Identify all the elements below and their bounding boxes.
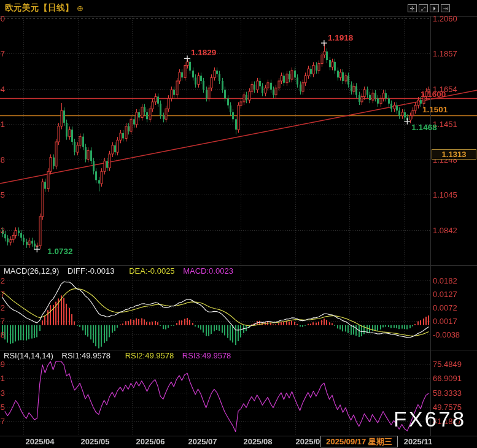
x-axis-label: 2025/04 <box>26 437 55 446</box>
macd-dea-value: DEA:-0.0025 <box>129 266 174 276</box>
price-axis-label-left: 1.2060 <box>0 15 5 23</box>
price-axis-label: 1.1045 <box>433 191 457 199</box>
macd-axis-label: 0.0182 <box>433 277 457 285</box>
chart-toolbar: ✛ ⤢ ⏵ ⇥ <box>408 4 450 12</box>
pan-icon[interactable]: ✛ <box>408 4 417 12</box>
price-axis-label: 1.1857 <box>433 50 457 58</box>
macd-axis-label-left: 0.0182 <box>0 277 5 285</box>
fit-chart-icon[interactable]: ⤢ <box>419 4 428 12</box>
macd-axis-label: 0.0127 <box>433 290 457 298</box>
price-axis-label-left: 1.0842 <box>0 226 5 234</box>
circle-plus-icon[interactable]: ⊕ <box>77 4 83 13</box>
instrument-title: 欧元美元【日线】 <box>5 2 74 14</box>
macd-bar-value: MACD:0.0023 <box>183 266 233 276</box>
macd-label-row: MACD(26,12,9) DIFF:-0.0013 DEA:-0.0025 M… <box>4 266 239 276</box>
price-axis-label-left: 1.1045 <box>0 191 5 199</box>
x-axis-label: 2025/05 <box>81 437 110 446</box>
x-axis-label: 2025/11 <box>404 437 432 446</box>
macd-axis-label-left: 0.0017 <box>0 317 5 325</box>
price-axis-label-left: 1.1451 <box>0 120 5 128</box>
price-axis-label: 1.0842 <box>433 226 457 234</box>
crosshair-date-label: 2025/09/17 星期三 <box>320 436 398 447</box>
rsi3-value: RSI3:49.9578 <box>182 351 231 360</box>
fx678-watermark: FX678 <box>394 407 466 431</box>
rsi-axis-label-left: 41.1817 <box>0 417 5 425</box>
macd-axis-label: -0.0038 <box>433 331 460 339</box>
chart-canvas[interactable] <box>0 0 477 448</box>
rsi-axis-label: 75.4849 <box>433 360 462 368</box>
price-axis-label-left: 1.1857 <box>0 50 5 58</box>
crosshair-price-label: 1.1313 <box>432 149 476 160</box>
price-annotation: 1.1829 <box>191 48 216 57</box>
autoplay-icon[interactable]: ⏵ <box>430 4 439 12</box>
macd-params-diff: MACD(26,12,9) DIFF:-0.0013 <box>4 266 121 276</box>
rsi-axis-label-left: 66.9091 <box>0 374 5 382</box>
price-annotation: 1.1468 <box>411 123 436 132</box>
x-axis-label: 2025/07 <box>188 437 217 446</box>
level-label: 1.1600 <box>421 90 446 99</box>
macd-axis-label-left: -0.0038 <box>0 331 5 339</box>
rsi-axis-label: 66.9091 <box>433 374 462 382</box>
macd-axis-label-left: 0.0072 <box>0 304 5 312</box>
chart-window: 欧元美元【日线】 ⊕ ✛ ⤢ ⏵ ⇥ MACD(26,12,9) DIFF:-0… <box>0 0 477 448</box>
macd-axis-label: 0.0017 <box>433 317 457 325</box>
price-axis-label-left: 1.1654 <box>0 85 5 93</box>
macd-axis-label: 0.0072 <box>433 304 457 312</box>
rsi-axis-label: 58.3333 <box>433 388 462 396</box>
rsi2-value: RSI2:49.9578 <box>125 351 174 360</box>
title-bar: 欧元美元【日线】 ⊕ <box>0 0 477 16</box>
rsi-axis-label-left: 75.4849 <box>0 360 5 368</box>
price-axis-label-left: 1.1248 <box>0 155 5 163</box>
price-annotation: 1.0732 <box>47 247 72 256</box>
latest-bar-icon[interactable]: ⇥ <box>441 4 450 12</box>
rsi-axis-label-left: 49.7575 <box>0 403 5 411</box>
rsi-params-rsi1: RSI(14,14,14) RSI1:49.9578 <box>4 351 117 360</box>
x-axis-label: 2025/08 <box>244 437 273 446</box>
price-axis-label: 1.2060 <box>433 15 457 23</box>
rsi-axis-label-left: 58.3333 <box>0 388 5 396</box>
x-axis-label: 2025/06 <box>136 437 165 446</box>
rsi-label-row: RSI(14,14,14) RSI1:49.9578 RSI2:49.9578 … <box>4 351 237 360</box>
macd-axis-label-left: 0.0127 <box>0 290 5 298</box>
price-annotation: 1.1918 <box>328 33 353 42</box>
level-label: 1.1501 <box>422 105 448 114</box>
